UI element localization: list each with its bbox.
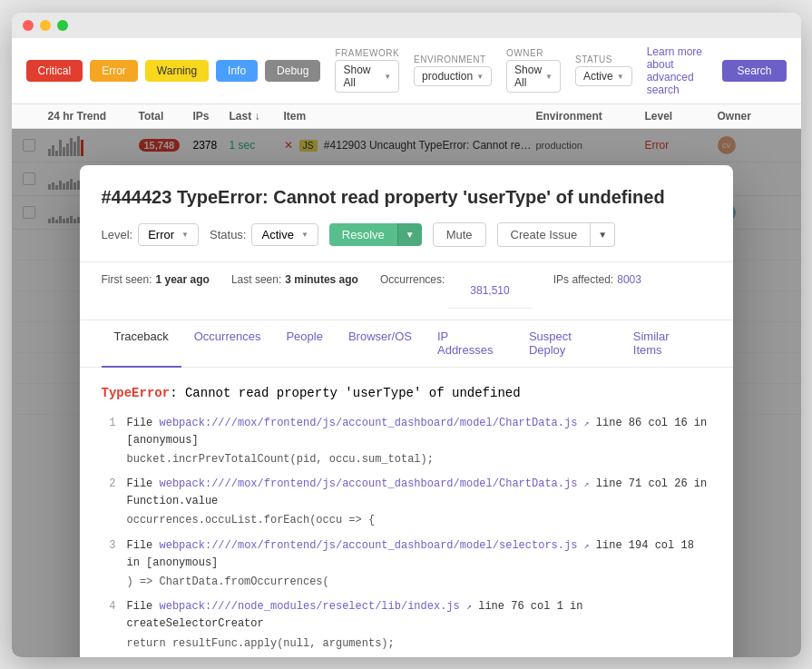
traceback-frame-3: 3 File webpack:////mox/frontend/js/accou… [102, 537, 711, 592]
header-ips[interactable]: IPs [193, 110, 230, 123]
filter-error[interactable]: Error [90, 60, 138, 82]
advanced-search-link[interactable]: Learn more about advanced search [647, 45, 709, 96]
occurrences: Occurrences: 381,510 [380, 273, 532, 309]
filter-debug[interactable]: Debug [265, 60, 320, 82]
frame-code: return resultFunc.apply(null, arguments)… [127, 635, 711, 653]
filter-critical[interactable]: Critical [26, 60, 83, 82]
external-link-icon: ↗ [466, 602, 472, 612]
app-window: Critical Error Warning Info Debug FRAMEW… [12, 13, 801, 657]
last-seen-value: 3 minutes ago [285, 273, 358, 309]
traceback-frame-2: 2 File webpack:////mox/frontend/js/accou… [102, 476, 711, 530]
environment-label: ENVIRONMENT [414, 54, 492, 64]
main-area: 15,748 2378 1 sec ✕ JS #412903 Uncaught … [12, 129, 801, 657]
header-owner[interactable]: Owner [718, 110, 790, 123]
filter-info[interactable]: Info [216, 60, 258, 82]
level-select[interactable]: Error [138, 223, 199, 246]
tab-traceback[interactable]: Traceback [102, 320, 181, 368]
error-message: : Cannot read property 'userType' of und… [170, 386, 520, 400]
header-last[interactable]: Last ↓ [230, 110, 284, 123]
status-filter: STATUS Active [575, 54, 632, 86]
header-checkbox [23, 110, 48, 123]
titlebar [12, 13, 801, 38]
tab-suspect-deploy[interactable]: Suspect Deploy [516, 320, 621, 368]
last-seen: Last seen: 3 minutes ago [231, 273, 358, 309]
minimize-button[interactable] [40, 20, 51, 31]
modal-title: #444423 TypeError: Cannot read property … [102, 187, 711, 208]
create-issue-dropdown-button[interactable]: ▼ [591, 222, 615, 247]
ips-affected: IPs affected: 8003 [553, 273, 641, 309]
ips-label: IPs affected: [553, 273, 614, 309]
error-type: TypeError [102, 386, 171, 400]
header-level[interactable]: Level [645, 110, 718, 123]
tab-people[interactable]: People [273, 320, 335, 368]
owner-label: OWNER [506, 48, 561, 58]
tab-ip-addresses[interactable]: IP Addresses [425, 320, 516, 368]
filter-warning[interactable]: Warning [145, 60, 209, 82]
header-item[interactable]: Item [284, 110, 536, 123]
create-issue-button[interactable]: Create Issue [497, 222, 592, 247]
frame-file-link[interactable]: webpack:////mox/frontend/js/account_dash… [160, 539, 578, 552]
modal-overlay[interactable]: #444423 TypeError: Cannot read property … [12, 129, 801, 657]
frame-content: File webpack:////mox/frontend/js/account… [127, 476, 711, 530]
modal-controls: Level: Error Status: Active Resolve ▼ [102, 222, 711, 247]
frame-content: File webpack:////mox/frontend/js/account… [127, 415, 711, 469]
environment-select[interactable]: production [414, 66, 492, 86]
toolbar: Critical Error Warning Info Debug FRAMEW… [12, 38, 801, 104]
external-link-icon: ↗ [584, 479, 590, 489]
tab-occurrences[interactable]: Occurrences [181, 320, 274, 368]
traceback-frames: 1 File webpack:////mox/frontend/js/accou… [102, 415, 711, 657]
traceback-error: TypeError: Cannot read property 'userTyp… [102, 386, 711, 400]
traceback-frame-1: 1 File webpack:////mox/frontend/js/accou… [102, 415, 711, 469]
frame-file-link[interactable]: webpack:////node_modules/reselect/lib/in… [160, 600, 460, 613]
frame-code: bucket.incrPrevTotalCount(pid, occu.sum_… [127, 451, 711, 468]
occurrences-value[interactable]: 381,510 [448, 273, 531, 309]
level-control: Level: Error [102, 223, 200, 246]
framework-select[interactable]: Show All [335, 60, 399, 93]
resolve-btn-group: Resolve ▼ [329, 223, 422, 246]
header-environment[interactable]: Environment [536, 110, 645, 123]
traceback-panel: TypeError: Cannot read property 'userTyp… [80, 368, 733, 657]
resolve-dropdown-button[interactable]: ▼ [397, 223, 422, 246]
owner-select[interactable]: Show All [506, 60, 561, 93]
frame-num: 1 [102, 415, 116, 432]
frame-num: 3 [102, 537, 116, 555]
first-seen: First seen: 1 year ago [102, 273, 210, 309]
frame-content: File webpack:////mox/frontend/js/account… [127, 537, 711, 592]
frame-num: 4 [102, 598, 116, 615]
header-total[interactable]: Total [139, 110, 193, 123]
status-select[interactable]: Active [251, 223, 318, 246]
traceback-frame-4: 4 File webpack:////node_modules/reselect… [102, 598, 711, 653]
environment-filter: ENVIRONMENT production [414, 54, 492, 86]
first-seen-label: First seen: [102, 273, 152, 309]
frame-num: 2 [102, 476, 116, 493]
tab-similar-items[interactable]: Similar Items [621, 320, 711, 368]
frame-file-link[interactable]: webpack:////mox/frontend/js/account_dash… [160, 477, 578, 490]
status-select[interactable]: Active [575, 66, 632, 86]
close-button[interactable] [23, 20, 34, 31]
maximize-button[interactable] [57, 20, 68, 31]
filter-group: FRAMEWORK Show All ENVIRONMENT productio… [335, 48, 631, 93]
frame-file-link[interactable]: webpack:////mox/frontend/js/account_dash… [160, 417, 578, 429]
list-header: 24 hr Trend Total IPs Last ↓ Item Enviro… [12, 104, 801, 129]
modal-tabs: Traceback Occurrences People Browser/OS … [80, 320, 733, 368]
frame-code: ) => ChartData.fromOccurrences( [127, 574, 711, 591]
create-issue-btn-group: Create Issue ▼ [497, 222, 616, 247]
external-link-icon: ↗ [584, 418, 590, 428]
modal: #444423 TypeError: Cannot read property … [80, 165, 733, 657]
framework-filter: FRAMEWORK Show All [335, 48, 399, 93]
search-button[interactable]: Search [722, 60, 786, 82]
frame-code: occurrences.occuList.forEach(occu => { [127, 512, 711, 529]
modal-meta: First seen: 1 year ago Last seen: 3 minu… [80, 262, 733, 320]
modal-header: #444423 TypeError: Cannot read property … [80, 165, 733, 262]
ips-value[interactable]: 8003 [617, 273, 641, 309]
app-content: Critical Error Warning Info Debug FRAMEW… [12, 38, 801, 657]
resolve-button[interactable]: Resolve [329, 223, 397, 246]
mute-button[interactable]: Mute [433, 222, 486, 247]
tab-browser-os[interactable]: Browser/OS [336, 320, 425, 368]
external-link-icon: ↗ [584, 541, 590, 551]
last-seen-label: Last seen: [231, 273, 281, 309]
header-trend: 24 hr Trend [48, 110, 139, 123]
framework-label: FRAMEWORK [335, 48, 399, 58]
status-control-label: Status: [210, 228, 246, 241]
first-seen-value: 1 year ago [156, 273, 210, 309]
